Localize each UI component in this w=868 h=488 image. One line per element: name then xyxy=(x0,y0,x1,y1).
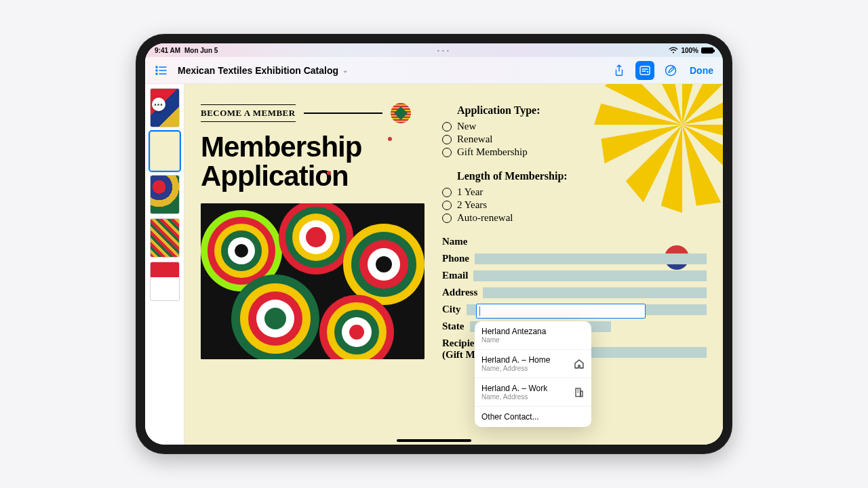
radio-label: Renewal xyxy=(457,134,492,145)
field-label: City xyxy=(442,304,461,315)
kicker-row: BECOME A MEMBER xyxy=(201,103,411,123)
svg-point-47 xyxy=(349,325,364,340)
svg-point-42 xyxy=(264,308,286,329)
svg-rect-49 xyxy=(580,391,583,396)
radio-icon xyxy=(442,214,452,223)
autofill-popover: Herland AntezanaName Herland A. – HomeNa… xyxy=(475,321,591,427)
suggestion-title: Herland A. – Home xyxy=(481,355,550,365)
thumbnail-page-5[interactable] xyxy=(150,262,180,301)
svg-point-4 xyxy=(156,73,157,75)
thumbnail-page-4[interactable] xyxy=(150,218,180,258)
status-bar: 9:41 AM Mon Jun 5 • • • 100% xyxy=(145,43,723,57)
thumbnail-more-button[interactable]: ••• xyxy=(152,98,165,111)
radio-1year[interactable]: 1 Year xyxy=(442,186,707,198)
share-icon xyxy=(614,64,625,77)
ipad-device-frame: 9:41 AM Mon Jun 5 • • • 100% Mexican Tex… xyxy=(136,34,732,454)
title-line-1: Membership xyxy=(201,131,361,163)
field-name[interactable]: Name xyxy=(442,236,707,247)
application-type-heading: Application Type: xyxy=(457,104,707,117)
home-indicator[interactable] xyxy=(397,439,471,442)
list-icon xyxy=(155,66,167,75)
field-phone[interactable]: Phone xyxy=(442,253,707,264)
home-icon xyxy=(574,359,585,369)
text-caret xyxy=(479,306,480,316)
radio-label: 2 Years xyxy=(457,199,487,211)
page-thumbnails-sidebar[interactable]: ••• xyxy=(145,84,184,445)
page-title: Membership Application xyxy=(201,133,425,191)
document-title-text: Mexican Textiles Exhibition Catalog xyxy=(178,65,338,76)
ipad-screen: 9:41 AM Mon Jun 5 • • • 100% Mexican Tex… xyxy=(145,43,723,445)
chevron-down-icon: ⌄ xyxy=(342,66,348,74)
autofill-suggestion-3[interactable]: Herland A. – WorkName, Address xyxy=(475,378,591,407)
field-label: Address xyxy=(442,287,477,298)
radio-label: 1 Year xyxy=(457,186,483,198)
field-label: Email xyxy=(442,270,468,281)
markup-button[interactable] xyxy=(661,61,680,80)
sidebar-toggle-button[interactable] xyxy=(152,61,171,80)
radio-icon xyxy=(442,148,452,157)
main-area: ••• BECOME A MEMBER Members xyxy=(145,84,723,445)
radio-icon xyxy=(442,201,452,210)
kicker-text: BECOME A MEMBER xyxy=(201,104,296,122)
svg-point-2 xyxy=(156,70,157,71)
form-autofill-icon xyxy=(639,66,650,75)
radio-icon xyxy=(442,188,452,197)
name-input-field[interactable] xyxy=(476,304,646,319)
other-contact-label: Other Contact... xyxy=(481,412,539,422)
decorative-textile-art xyxy=(201,203,425,359)
radio-renewal[interactable]: Renewal xyxy=(442,134,707,145)
suggestion-title: Herland Antezana xyxy=(481,327,546,336)
radio-icon xyxy=(442,122,452,131)
svg-point-32 xyxy=(306,227,326,247)
status-date: Mon Jun 5 xyxy=(184,47,218,54)
field-label: State xyxy=(442,321,465,332)
suggestion-title: Herland A. – Work xyxy=(481,384,547,393)
radio-auto[interactable]: Auto-renewal xyxy=(442,212,707,224)
title-line-2: Application xyxy=(201,160,349,192)
field-label: Name xyxy=(442,236,468,247)
autofill-suggestion-1[interactable]: Herland AntezanaName xyxy=(475,321,591,350)
thumbnail-page-3[interactable] xyxy=(150,175,180,214)
document-title[interactable]: Mexican Textiles Exhibition Catalog ⌄ xyxy=(178,65,348,76)
suggestion-subtitle: Name, Address xyxy=(481,365,550,372)
app-toolbar: Mexican Textiles Exhibition Catalog ⌄ Do… xyxy=(145,57,723,84)
radio-new[interactable]: New xyxy=(442,121,707,132)
suggestion-subtitle: Name, Address xyxy=(481,393,547,401)
autofill-suggestion-2[interactable]: Herland A. – HomeName, Address xyxy=(475,350,591,378)
svg-point-7 xyxy=(647,70,648,72)
svg-rect-6 xyxy=(640,66,650,75)
field-address[interactable]: Address xyxy=(442,287,707,298)
field-label: Phone xyxy=(442,253,469,264)
autofill-other-contact[interactable]: Other Contact... xyxy=(475,407,591,427)
decorative-badge-icon xyxy=(391,103,411,123)
multitask-dots[interactable]: • • • xyxy=(437,47,450,54)
markup-icon xyxy=(665,64,677,77)
share-button[interactable] xyxy=(610,61,629,80)
autofill-button[interactable] xyxy=(635,61,654,80)
document-page: BECOME A MEMBER Membership Application xyxy=(184,84,723,445)
svg-rect-48 xyxy=(576,388,580,396)
svg-point-37 xyxy=(376,256,392,272)
thumbnail-page-2[interactable] xyxy=(150,131,180,171)
svg-point-27 xyxy=(235,244,248,258)
svg-point-0 xyxy=(156,66,157,68)
length-heading: Length of Membership: xyxy=(457,170,707,182)
document-viewport[interactable]: BECOME A MEMBER Membership Application xyxy=(184,84,723,445)
svg-point-8 xyxy=(666,65,676,75)
radio-gift[interactable]: Gift Membership xyxy=(442,146,707,158)
suggestion-subtitle: Name xyxy=(481,336,546,344)
status-time: 9:41 AM xyxy=(155,47,180,54)
radio-label: Gift Membership xyxy=(457,146,528,158)
wifi-icon xyxy=(669,47,678,54)
radio-2years[interactable]: 2 Years xyxy=(442,199,707,211)
battery-percent: 100% xyxy=(681,47,698,54)
radio-icon xyxy=(442,135,452,144)
radio-label: Auto-renewal xyxy=(457,212,513,224)
field-email[interactable]: Email xyxy=(442,270,707,281)
radio-label: New xyxy=(457,121,476,132)
battery-icon xyxy=(701,47,713,54)
building-icon xyxy=(574,387,585,398)
done-button[interactable]: Done xyxy=(687,65,716,76)
